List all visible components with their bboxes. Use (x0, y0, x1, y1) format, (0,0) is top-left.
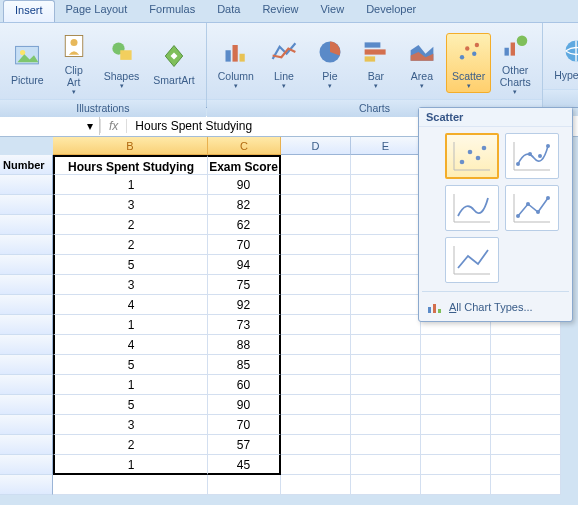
tab-review[interactable]: Review (251, 0, 309, 22)
cell-c[interactable]: 45 (208, 455, 281, 475)
all-chart-types-link[interactable]: All Chart Types... (419, 294, 572, 321)
scatter-straight-markers[interactable] (505, 185, 559, 231)
row-header[interactable] (0, 235, 53, 255)
row-header[interactable] (0, 395, 53, 415)
scatter-markers-only[interactable] (445, 133, 499, 179)
cell[interactable] (281, 435, 351, 455)
cell-b[interactable]: 3 (53, 275, 208, 295)
cell-b[interactable]: 2 (53, 215, 208, 235)
tab-insert[interactable]: Insert (3, 0, 55, 22)
row-header[interactable] (0, 415, 53, 435)
cell[interactable] (281, 395, 351, 415)
row-header[interactable] (0, 215, 53, 235)
cell-c[interactable]: 92 (208, 295, 281, 315)
cell-b[interactable]: 3 (53, 415, 208, 435)
cell-c[interactable]: 70 (208, 415, 281, 435)
cell[interactable] (281, 275, 351, 295)
cell[interactable] (281, 475, 351, 495)
cell[interactable] (351, 195, 421, 215)
cell-c[interactable]: 82 (208, 195, 281, 215)
cell[interactable] (351, 335, 421, 355)
cell[interactable] (351, 355, 421, 375)
cell[interactable] (421, 355, 491, 375)
cell-c[interactable]: 90 (208, 175, 281, 195)
cell-b[interactable]: 5 (53, 255, 208, 275)
cell[interactable] (421, 335, 491, 355)
row-header[interactable] (0, 315, 53, 335)
cell-b[interactable]: 4 (53, 295, 208, 315)
cell[interactable] (351, 435, 421, 455)
cell-c[interactable]: 70 (208, 235, 281, 255)
cell-b[interactable]: 1 (53, 175, 208, 195)
cell[interactable] (208, 475, 281, 495)
row-header[interactable] (0, 335, 53, 355)
row-header[interactable]: Number (0, 155, 53, 175)
cell[interactable] (53, 475, 208, 495)
cell-b[interactable]: 1 (53, 315, 208, 335)
cell[interactable] (281, 235, 351, 255)
cell[interactable] (491, 355, 561, 375)
cell[interactable] (351, 155, 421, 175)
hyperlink-button[interactable]: Hyperlink (548, 32, 578, 84)
cell-header-b[interactable]: Hours Spent Studying (53, 155, 208, 175)
cell[interactable] (281, 355, 351, 375)
cell-c[interactable]: 62 (208, 215, 281, 235)
cell[interactable] (491, 415, 561, 435)
cell-c[interactable]: 57 (208, 435, 281, 455)
cell[interactable] (281, 295, 351, 315)
cell[interactable] (421, 455, 491, 475)
cell-c[interactable]: 88 (208, 335, 281, 355)
cell-b[interactable]: 4 (53, 335, 208, 355)
row-header[interactable] (0, 295, 53, 315)
cell[interactable] (281, 215, 351, 235)
cell[interactable] (351, 215, 421, 235)
formula-value[interactable]: Hours Spent Studying (127, 117, 260, 135)
cell-c[interactable]: 73 (208, 315, 281, 335)
row-header[interactable] (0, 375, 53, 395)
tab-page-layout[interactable]: Page Layout (55, 0, 139, 22)
cell[interactable] (351, 395, 421, 415)
cell[interactable] (281, 155, 351, 175)
cell[interactable] (351, 175, 421, 195)
column-chart-button[interactable]: Column ▾ (212, 33, 260, 93)
tab-view[interactable]: View (309, 0, 355, 22)
name-box[interactable]: ▾ (0, 117, 100, 135)
scatter-straight-lines[interactable] (445, 237, 499, 283)
scatter-smooth-lines[interactable] (445, 185, 499, 231)
cell[interactable] (281, 315, 351, 335)
cell[interactable] (491, 435, 561, 455)
row-header[interactable] (0, 175, 53, 195)
column-header-e[interactable]: E (351, 137, 421, 155)
cell[interactable] (281, 255, 351, 275)
row-header[interactable] (0, 195, 53, 215)
cell-header-c[interactable]: Exam Score (208, 155, 281, 175)
cell[interactable] (421, 395, 491, 415)
cell[interactable] (351, 315, 421, 335)
scatter-chart-button[interactable]: Scatter ▾ (446, 33, 491, 93)
cell-c[interactable]: 90 (208, 395, 281, 415)
cell-b[interactable]: 1 (53, 455, 208, 475)
tab-data[interactable]: Data (206, 0, 251, 22)
cell-b[interactable]: 3 (53, 195, 208, 215)
cell[interactable] (351, 455, 421, 475)
other-charts-button[interactable]: Other Charts ▾ (493, 27, 537, 99)
cell-b[interactable]: 5 (53, 355, 208, 375)
cell-c[interactable]: 60 (208, 375, 281, 395)
shapes-button[interactable]: Shapes ▾ (98, 33, 146, 93)
cell[interactable] (281, 455, 351, 475)
column-header-d[interactable]: D (281, 137, 351, 155)
cell[interactable] (491, 335, 561, 355)
cell[interactable] (351, 255, 421, 275)
cell[interactable] (281, 375, 351, 395)
fx-button[interactable]: fx (100, 119, 127, 133)
cell[interactable] (281, 175, 351, 195)
tab-formulas[interactable]: Formulas (138, 0, 206, 22)
column-header-c[interactable]: C (208, 137, 281, 155)
cell[interactable] (421, 415, 491, 435)
cell-b[interactable]: 1 (53, 375, 208, 395)
cell[interactable] (351, 375, 421, 395)
row-header[interactable] (0, 255, 53, 275)
cell[interactable] (421, 435, 491, 455)
scatter-smooth-markers[interactable] (505, 133, 559, 179)
cell-b[interactable]: 5 (53, 395, 208, 415)
